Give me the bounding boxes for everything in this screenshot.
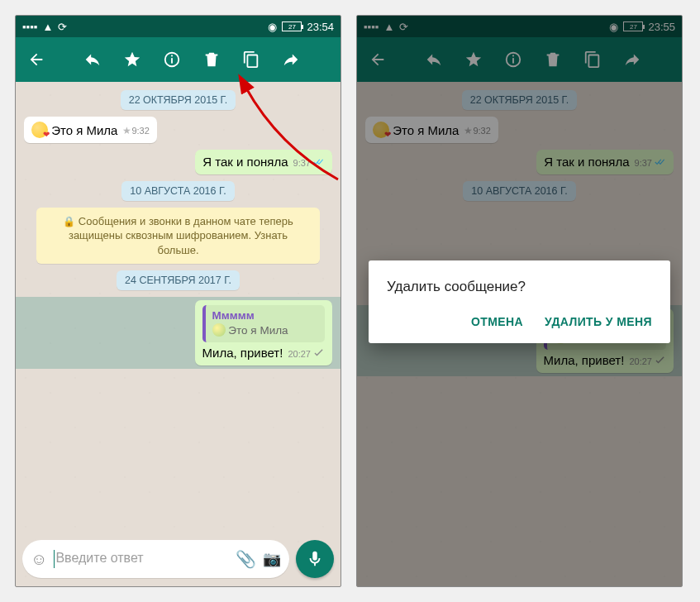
encryption-notice[interactable]: 🔒 Сообщения и звонки в данном чате тепер… <box>36 208 320 265</box>
phone-right: ▪▪▪▪ ▲ ⟳ ◉ 27 23:55 22 ОКТЯБРЯ 2015 Г. Э… <box>356 15 683 587</box>
message-text: Я так и поняла <box>202 155 288 169</box>
message-time: 20:27 <box>288 349 311 359</box>
mic-button[interactable] <box>296 540 334 578</box>
date-chip: 22 ОКТЯБРЯ 2015 Г. <box>121 90 236 110</box>
message-input[interactable]: ☺ Введите ответ 📎 📷 <box>22 540 289 578</box>
info-icon[interactable] <box>160 47 184 72</box>
sync-icon: ⟳ <box>58 21 67 33</box>
wifi-icon: ◉ <box>268 21 277 33</box>
message-outgoing-selected[interactable]: Ммммм Это я Мила Мила, привет! 20:27 <box>195 300 332 366</box>
quoted-message: Ммммм Это я Мила <box>202 305 325 342</box>
selection-highlight: Ммммм Это я Мила Мила, привет! 20:27 <box>16 297 340 369</box>
battery-icon: 27 <box>282 22 302 31</box>
sent-tick-icon <box>313 349 325 357</box>
message-time: 9:37 <box>293 158 311 168</box>
signal-icon: ▪▪▪▪ <box>22 21 37 33</box>
date-chip: 10 АВГУСТА 2016 Г. <box>121 181 234 201</box>
back-icon[interactable] <box>24 47 49 72</box>
reply-icon[interactable] <box>80 47 105 72</box>
date-chip: 24 СЕНТЯБРЯ 2017 Г. <box>117 270 240 290</box>
sick-emoji-icon <box>212 323 226 337</box>
delete-icon[interactable] <box>199 47 224 72</box>
delete-dialog: Удалить сообщение? ОТМЕНА УДАЛИТЬ У МЕНЯ <box>369 260 670 343</box>
message-incoming[interactable]: Это я Мила ★9:32 <box>24 117 157 143</box>
dialog-title: Удалить сообщение? <box>387 279 652 295</box>
forward-icon[interactable] <box>279 47 303 72</box>
phone-left: ▪▪▪▪ ▲ ⟳ ◉ 27 23:54 22 <box>15 15 341 587</box>
message-text: Мила, привет! <box>202 346 283 360</box>
quote-body: Это я Мила <box>228 324 288 337</box>
status-bar: ▪▪▪▪ ▲ ⟳ ◉ 27 23:54 <box>16 16 340 37</box>
message-time: 9:32 <box>131 126 149 136</box>
svg-rect-2 <box>171 55 173 57</box>
system-text: Сообщения и звонки в данном чате теперь … <box>69 215 293 256</box>
emoji-picker-icon[interactable]: ☺ <box>31 550 47 569</box>
quote-sender: Ммммм <box>212 309 318 323</box>
message-text: Это я Мила <box>51 123 117 137</box>
copy-icon[interactable] <box>239 47 264 72</box>
read-ticks-icon <box>313 158 325 166</box>
input-row: ☺ Введите ответ 📎 📷 <box>16 535 340 586</box>
status-time: 23:54 <box>307 21 334 33</box>
chat-area[interactable]: 22 ОКТЯБРЯ 2015 Г. Это я Мила ★9:32 Я та… <box>16 82 340 535</box>
message-outgoing[interactable]: Я так и поняла 9:37 <box>195 150 332 174</box>
starred-icon: ★ <box>122 125 131 136</box>
delete-for-me-button[interactable]: УДАЛИТЬ У МЕНЯ <box>545 315 652 328</box>
cancel-button[interactable]: ОТМЕНА <box>471 315 523 328</box>
action-toolbar <box>16 37 340 82</box>
warning-icon: ▲ <box>42 21 53 33</box>
attach-icon[interactable]: 📎 <box>236 549 256 569</box>
input-placeholder: Введите ответ <box>55 551 143 565</box>
camera-icon[interactable]: 📷 <box>263 550 281 568</box>
lock-icon: 🔒 <box>63 216 75 227</box>
svg-rect-1 <box>171 58 173 63</box>
star-icon[interactable] <box>120 47 145 72</box>
kiss-emoji-icon <box>31 122 48 138</box>
